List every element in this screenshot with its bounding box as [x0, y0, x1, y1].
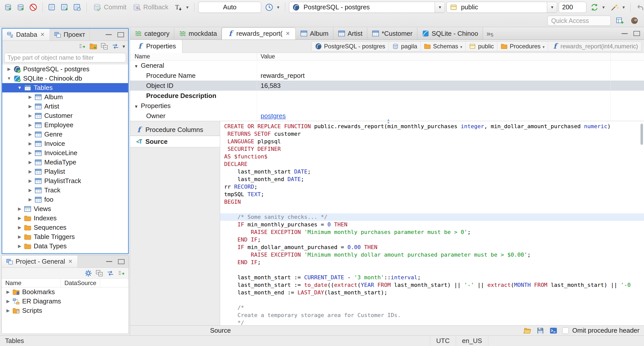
sash-restore-control[interactable] — [383, 118, 394, 125]
code-line[interactable]: rr RECORD; — [220, 183, 644, 191]
tree-item-album[interactable]: ▶Album — [2, 92, 128, 102]
expand-arrow-icon[interactable]: ▶ — [26, 169, 34, 174]
expand-arrow-icon[interactable]: ▶ — [4, 308, 12, 313]
close-icon[interactable] — [67, 258, 73, 265]
minimize-icon[interactable] — [621, 30, 628, 37]
tree-item-indexes[interactable]: ▶Indexes — [2, 214, 128, 223]
grid-column-name[interactable]: Name — [130, 53, 257, 60]
project-item-bookmarks[interactable]: ▶Bookmarks — [2, 287, 129, 297]
new-folder-button[interactable] — [89, 42, 97, 50]
sql-editor-button[interactable] — [47, 2, 58, 13]
close-icon[interactable] — [285, 30, 291, 38]
source-code-editor[interactable]: CREATE OR REPLACE FUNCTION public.reward… — [220, 121, 644, 325]
tree-item-invoiceline[interactable]: ▶InvoiceLine — [2, 148, 128, 158]
code-line[interactable]: /* — [220, 304, 644, 312]
tree-item-artist[interactable]: ▶Artist — [2, 102, 128, 111]
tree-item-data-types[interactable]: ▶Data Types — [2, 241, 128, 251]
collapse-arrow-icon[interactable] — [134, 62, 138, 70]
tab-properties[interactable]: f Properties — [130, 40, 182, 53]
code-line[interactable]: IF min_monthly_purchases = 0 THEN — [220, 221, 644, 228]
code-line[interactable] — [220, 206, 644, 213]
editor-tab-album[interactable]: Album — [296, 27, 333, 40]
gear-icon[interactable] — [84, 269, 92, 277]
tree-item-sequences[interactable]: ▶Sequences — [2, 223, 128, 232]
view-tab-databa[interactable]: Databa — [2, 29, 50, 41]
code-line[interactable]: RAISE EXCEPTION 'Minimum monthly dollar … — [220, 251, 644, 259]
collapse-arrow-icon[interactable] — [134, 102, 138, 110]
grid-row-object-id[interactable]: Object ID16,583 — [130, 81, 644, 91]
navigator-filter-input[interactable] — [4, 53, 126, 62]
chevron-down-icon[interactable] — [547, 2, 557, 13]
code-line[interactable]: CREATE OR REPLACE FUNCTION public.reward… — [220, 123, 644, 130]
expand-arrow-icon[interactable]: ▶ — [26, 160, 34, 165]
grid-row-procedure-description[interactable]: Procedure Description — [130, 91, 644, 101]
code-line[interactable]: tmpSQL TEXT; — [220, 191, 644, 198]
scrollbar-thumb[interactable] — [640, 124, 643, 145]
expand-arrow-icon[interactable]: ▶ — [4, 299, 12, 304]
sql-assist-button[interactable] — [608, 2, 627, 13]
grid-column-value[interactable]: Value — [257, 53, 611, 60]
refresh-button[interactable] — [111, 42, 119, 50]
active-schema-combo[interactable]: public — [447, 2, 557, 13]
expand-arrow-icon[interactable]: ▶ — [26, 94, 34, 100]
tree-item-table-triggers[interactable]: ▶Table Triggers — [2, 232, 128, 241]
code-line[interactable]: RAISE EXCEPTION 'Minimum monthly purchas… — [220, 228, 644, 236]
status-locale[interactable]: en_US — [456, 336, 488, 346]
code-line[interactable]: last_month_end DATE; — [220, 176, 644, 183]
code-line[interactable] — [220, 266, 644, 274]
code-line[interactable]: END IF; — [220, 236, 644, 244]
expand-arrow-icon[interactable]: ▶ — [26, 104, 34, 109]
chevron-down-icon[interactable] — [435, 2, 445, 13]
minimize-icon[interactable] — [105, 31, 112, 39]
grid-group-properties[interactable]: Properties — [130, 101, 644, 111]
expand-arrow-icon[interactable]: ▶ — [5, 66, 13, 72]
omit-procedure-header-checkbox[interactable] — [562, 327, 569, 334]
project-item-er-diagrams[interactable]: ▶ER Diagrams — [2, 297, 129, 306]
collapse-all-button[interactable] — [100, 42, 108, 50]
connect-button[interactable] — [15, 2, 26, 13]
code-line[interactable]: BEGIN — [220, 198, 644, 206]
refresh-button[interactable] — [106, 269, 114, 277]
expand-arrow-icon[interactable]: ▶ — [15, 225, 24, 230]
editor-tab-customer[interactable]: *Customer — [367, 27, 417, 40]
code-line[interactable]: SECURITY DEFINER — [220, 145, 644, 153]
recent-sql-editor-button[interactable] — [72, 2, 83, 13]
disconnect-button[interactable] — [28, 2, 39, 13]
maximize-icon[interactable] — [117, 31, 125, 39]
code-line[interactable] — [220, 296, 644, 304]
expand-arrow-icon[interactable]: ▶ — [26, 197, 34, 202]
link-with-editor-button[interactable] — [78, 42, 86, 50]
auto-refresh-button[interactable] — [588, 2, 607, 13]
view-tab-project-general[interactable]: Project - General — [2, 256, 78, 267]
project-column-name[interactable]: Name — [2, 279, 61, 287]
breadcrumb-item-schemas[interactable]: Schemas — [421, 42, 466, 51]
tree-item-invoice[interactable]: ▶Invoice — [2, 139, 128, 148]
tree-item-postgresql-postgres[interactable]: ▶PostgreSQL - postgres — [2, 64, 128, 74]
fetch-size-input[interactable] — [559, 2, 586, 13]
code-line[interactable]: DECLARE — [220, 160, 644, 168]
expand-arrow-icon[interactable]: ▶ — [26, 132, 34, 137]
new-sql-editor-button[interactable] — [59, 2, 70, 13]
expand-arrow-icon[interactable]: ▶ — [26, 178, 34, 184]
code-line[interactable]: last_month_end := LAST_DAY(last_month_st… — [220, 289, 644, 296]
quick-access-input[interactable] — [547, 16, 611, 26]
expand-arrow-icon[interactable]: ▶ — [26, 188, 34, 193]
code-line[interactable]: /* Some sanity checks... */ — [220, 213, 644, 221]
editor-tab-rewards-report[interactable]: frewards_report( — [222, 27, 296, 40]
tree-item-employee[interactable]: ▶Employee — [2, 120, 128, 130]
open-perspective-button[interactable] — [614, 15, 625, 26]
tree-item-views[interactable]: ▶Views — [2, 204, 128, 214]
view-tab-проект[interactable]: Проект — [50, 29, 90, 41]
code-line[interactable]: RETURNS SETOF customer — [220, 130, 644, 138]
new-connection-button[interactable] — [3, 2, 14, 13]
dbeaver-perspective-button[interactable] — [629, 15, 640, 26]
tab-overflow-button[interactable]: 5 — [483, 27, 497, 40]
collapse-arrow-icon[interactable]: ▼ — [15, 85, 24, 90]
expand-arrow-icon[interactable]: ▶ — [26, 141, 34, 146]
chevron-down-icon[interactable] — [387, 122, 390, 124]
breadcrumb-item-procedures[interactable]: Procedures — [497, 42, 548, 51]
expand-arrow-icon[interactable]: ▶ — [15, 206, 24, 212]
code-line[interactable]: last_month_start := CURRENT_DATE - '3 mo… — [220, 274, 644, 281]
tree-item-track[interactable]: ▶Track — [2, 186, 128, 195]
view-menu-icon[interactable] — [123, 43, 125, 49]
